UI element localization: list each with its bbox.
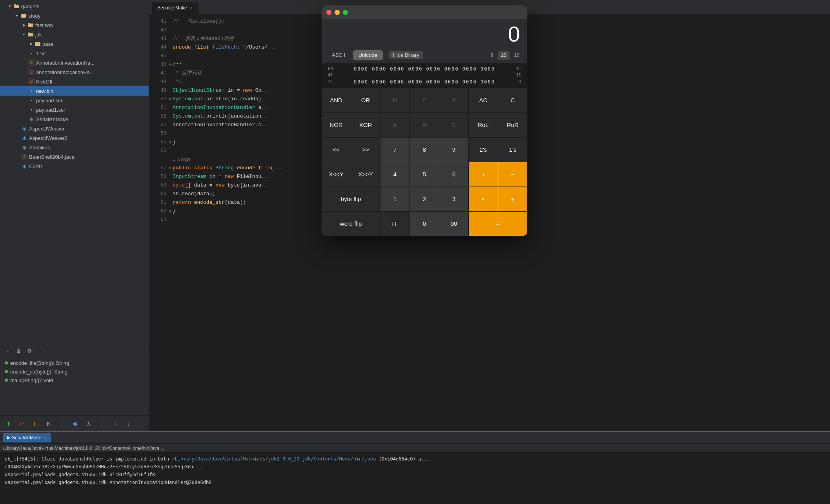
structure-group-btn[interactable]: ⊞ — [14, 347, 23, 355]
plugin-bar: ⬆PFK↕◉λ↕↑↓ — [0, 415, 149, 431]
fold-arrow[interactable]: ▶ — [169, 207, 172, 216]
structure-settings-btn[interactable]: ⚙ — [25, 347, 34, 355]
plugin-icon-7[interactable]: ↕ — [96, 418, 107, 429]
tab-close[interactable]: × — [189, 5, 193, 10]
structure-sort-btn[interactable]: ≡ — [3, 347, 12, 355]
structure-close-btn[interactable]: − — [36, 347, 45, 355]
tree-item-1txt[interactable]: ▪1.txt — [0, 49, 149, 58]
calc-btn-0[interactable]: 0 — [410, 212, 439, 236]
tree-item-gadgets[interactable]: ▼ gadgets — [0, 2, 149, 11]
calc-btn-F[interactable]: F — [439, 88, 468, 112]
calc-btn-OR[interactable]: OR — [351, 88, 380, 112]
tree-item-jdk[interactable]: ▼ jdk — [0, 30, 149, 39]
tree-item-label: jdk — [35, 32, 42, 38]
calc-btn-X--Y[interactable]: X<<Y — [322, 162, 351, 187]
base-8-btn[interactable]: 8 — [488, 51, 497, 60]
tree-item-BeanShell20b4[interactable]: JBeanShell20b4.java — [0, 152, 149, 161]
tree-item-Atomikos[interactable]: ◉Atomikos — [0, 143, 149, 152]
calc-btn--[interactable]: ÷ — [469, 162, 498, 187]
calc-btn-AND[interactable]: AND — [322, 88, 351, 112]
calc-btn-NOR[interactable]: NOR — [322, 113, 351, 137]
fold-arrow[interactable]: ▶ — [169, 164, 172, 172]
calc-btn-7[interactable]: 7 — [380, 138, 410, 162]
calc-btn-RoR[interactable]: RoR — [498, 113, 527, 137]
calc-btn-A[interactable]: A — [380, 113, 410, 137]
tab-serialize-make[interactable]: SerializeMake × — [152, 2, 198, 14]
calc-btn-B[interactable]: B — [410, 113, 439, 137]
bottom-tab-close[interactable]: × — [43, 435, 47, 440]
minimize-button[interactable] — [335, 10, 340, 15]
calc-btn-C[interactable]: C — [439, 113, 468, 137]
bottom-tab-run[interactable]: ▶ SerializeMake × — [3, 433, 51, 442]
calc-btn-byte-flip[interactable]: byte flip — [322, 187, 380, 211]
struct-item-main_string[interactable]: main(String[]): void — [0, 376, 149, 384]
calc-btn-X--Y[interactable]: X>>Y — [351, 162, 380, 187]
struct-item-encode_file_str[interactable]: encode_file(String): String — [0, 359, 149, 367]
bit-display: 63 0000 0000 0000 0000 0000 0000 0000 00… — [322, 63, 527, 88]
maximize-button[interactable] — [343, 10, 348, 15]
calc-btn--[interactable]: × — [469, 187, 498, 211]
tab-ascii[interactable]: ASCII — [326, 50, 351, 60]
tree-item-AspectJWeaver2[interactable]: ◉AspectJWeaver2 — [0, 133, 149, 143]
tree-item-fastjson[interactable]: ▶ fastjson — [0, 20, 149, 30]
plugin-icon-6[interactable]: λ — [83, 418, 94, 429]
calc-btn-9[interactable]: 9 — [439, 138, 468, 162]
calc-btn-AC[interactable]: AC — [469, 88, 498, 112]
base-16-btn[interactable]: 16 — [511, 51, 522, 60]
fold-arrow[interactable]: ▶ — [169, 95, 172, 103]
folder-icon — [20, 13, 27, 19]
tree-item-AspectJWeaver[interactable]: ◉AspectJWeaver — [0, 124, 149, 133]
tree-item-AnnotationInvocationHa[interactable]: JAnnotationInvocationHa... — [0, 58, 149, 67]
calc-btn-2-s[interactable]: 2's — [469, 138, 498, 162]
tree-item-study[interactable]: ▼ study — [0, 11, 149, 20]
calc-btn-3[interactable]: 3 — [439, 187, 468, 211]
plugin-icon-2[interactable]: F — [30, 418, 41, 429]
tree-item-C3P0[interactable]: ◉C3P0 — [0, 161, 149, 171]
tree-item-payload1ser[interactable]: ▪payload1.ser — [0, 105, 149, 114]
plugin-icon-4[interactable]: ↕ — [56, 418, 67, 429]
bit-label-0: 0 — [512, 79, 521, 84]
calc-btn-RoL[interactable]: RoL — [469, 113, 498, 137]
close-button[interactable] — [326, 10, 331, 15]
plugin-icon-8[interactable]: ↑ — [110, 418, 121, 429]
plugin-icon-1[interactable]: P — [16, 418, 27, 429]
fold-arrow[interactable]: ▶ — [169, 60, 172, 69]
struct-item-encode_str_bytes[interactable]: encode_str(byte[]): String — [0, 367, 149, 376]
tree-item-KickOff[interactable]: JKickOff — [0, 77, 149, 86]
calc-btn-2[interactable]: 2 — [410, 187, 439, 211]
plugin-icon-5[interactable]: ◉ — [70, 418, 81, 429]
tree-item-base[interactable]: ▶ base — [0, 39, 149, 49]
line-number — [149, 155, 166, 164]
calc-btn-word-flip[interactable]: word flip — [322, 212, 380, 236]
plugin-icon-0[interactable]: ⬆ — [3, 418, 14, 429]
tree-item-label: C3P0 — [29, 163, 42, 169]
tree-item-SerializeMake[interactable]: ◉SerializeMake — [0, 114, 149, 124]
calc-btn-C[interactable]: C — [498, 88, 527, 112]
calc-btn---[interactable]: << — [322, 138, 351, 162]
calc-btn-6[interactable]: 6 — [439, 162, 468, 187]
base-10-btn[interactable]: 10 — [498, 51, 509, 60]
fold-arrow[interactable]: ▶ — [169, 138, 172, 147]
calc-btn-E[interactable]: E — [410, 88, 439, 112]
plugin-icon-3[interactable]: K — [43, 418, 54, 429]
tree-item-payloadser[interactable]: ▪payload.ser — [0, 96, 149, 105]
calc-btn-1-s[interactable]: 1's — [498, 138, 527, 162]
tab-unicode[interactable]: Unicode — [353, 50, 383, 60]
plugin-icon-9[interactable]: ↓ — [123, 418, 134, 429]
calc-btn--[interactable]: = — [469, 212, 527, 236]
calc-btn-1[interactable]: 1 — [380, 187, 410, 211]
hide-binary-btn[interactable]: Hide Binary — [389, 51, 423, 59]
tree-item-annotationInvocationHa[interactable]: JannotationInvocationHa... — [0, 67, 149, 77]
calc-btn-XOR[interactable]: XOR — [351, 113, 380, 137]
calc-btn---[interactable]: >> — [351, 138, 380, 162]
calc-btn-5[interactable]: 5 — [410, 162, 439, 187]
calc-btn-D[interactable]: D — [380, 88, 410, 112]
calc-btn--[interactable]: + — [498, 187, 527, 211]
calc-btn-00[interactable]: 00 — [439, 212, 468, 236]
tree-item-label: new.bin — [36, 88, 53, 94]
calc-btn--[interactable]: − — [498, 162, 527, 187]
calc-btn-FF[interactable]: FF — [380, 212, 410, 236]
tree-item-newbin[interactable]: ▪new.bin — [0, 86, 149, 96]
calc-btn-4[interactable]: 4 — [380, 162, 410, 187]
calc-btn-8[interactable]: 8 — [410, 138, 439, 162]
